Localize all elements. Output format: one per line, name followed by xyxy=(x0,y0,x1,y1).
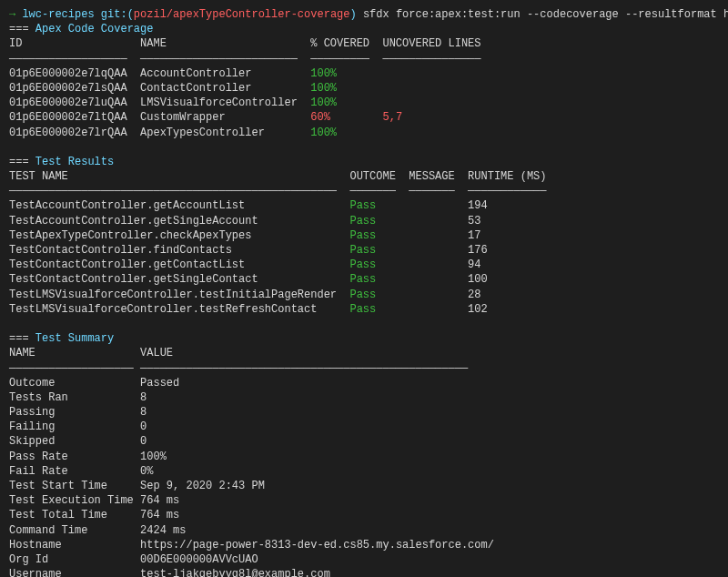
result-row: TestLMSVisualforceController.testInitial… xyxy=(9,288,719,302)
result-row: TestLMSVisualforceController.testRefresh… xyxy=(9,302,719,317)
coverage-section-header: === Apex Code Coverage xyxy=(9,22,719,36)
summary-section-header: === Test Summary xyxy=(9,331,719,346)
coverage-row: 01p6E000002e7lsQAA ContactController 100… xyxy=(9,81,719,96)
summary-row: Command Time 2424 ms xyxy=(9,523,719,538)
summary-row: Hostname https://page-power-8313-dev-ed.… xyxy=(9,538,719,552)
results-header-underline: ────────────────────────────────────────… xyxy=(9,184,719,198)
summary-row: Fail Rate 0% xyxy=(9,464,719,479)
summary-row: Test Start Time Sep 9, 2020 2:43 PM xyxy=(9,479,719,493)
summary-row: Tests Ran 8 xyxy=(9,390,719,405)
git-close-paren: ) xyxy=(349,8,356,21)
summary-row: Skipped 0 xyxy=(9,434,719,449)
results-headers: TEST NAME OUTCOME MESSAGE RUNTIME (MS) xyxy=(9,169,719,184)
summary-header-underline: ─────────────────── ────────────────────… xyxy=(9,361,719,376)
blank-line xyxy=(9,140,719,155)
result-row: TestContactController.getSingleContact P… xyxy=(9,272,719,287)
coverage-row: 01p6E000002e7ltQAA CustomWrapper 60% 5,7 xyxy=(9,110,719,125)
git-label: git:( xyxy=(101,8,134,21)
command-text: sfdx force:apex:test:run --codecoverage … xyxy=(363,8,728,21)
summary-row: Username test-ljakqebvvq8l@example.com xyxy=(9,567,719,577)
coverage-row: 01p6E000002e7luQAA LMSVisualforceControl… xyxy=(9,96,719,110)
coverage-title: Apex Code Coverage xyxy=(35,23,154,35)
summary-row: Test Total Time 764 ms xyxy=(9,508,719,522)
summary-headers: NAME VALUE xyxy=(9,346,719,360)
blank-line xyxy=(9,317,719,331)
summary-row: Test Execution Time 764 ms xyxy=(9,493,719,508)
result-row: TestContactController.getContactList Pas… xyxy=(9,258,719,272)
coverage-row: 01p6E000002e7lqQAA AccountController 100… xyxy=(9,66,719,81)
summary-row: Outcome Passed xyxy=(9,376,719,390)
summary-row: Passing 8 xyxy=(9,405,719,420)
result-row: TestAccountController.getSingleAccount P… xyxy=(9,214,719,228)
summary-row: Pass Rate 100% xyxy=(9,450,719,464)
git-branch: pozil/apexTypeController-coverage xyxy=(134,8,350,21)
summary-row: Org Id 00D6E000000AVVcUAO xyxy=(9,552,719,567)
coverage-headers: ID NAME % COVERED UNCOVERED LINES xyxy=(9,36,719,51)
result-row: TestAccountController.getAccountList Pas… xyxy=(9,198,719,213)
repo-name: lwc-recipes xyxy=(22,8,94,21)
results-section-header: === Test Results xyxy=(9,155,719,169)
result-row: TestContactController.findContacts Pass … xyxy=(9,243,719,258)
summary-row: Failing 0 xyxy=(9,420,719,434)
result-row: TestApexTypeController.checkApexTypes Pa… xyxy=(9,228,719,243)
results-title: Test Results xyxy=(35,156,114,168)
prompt-line: → lwc-recipes git:(pozil/apexTypeControl… xyxy=(9,7,719,22)
coverage-row: 01p6E000002e7lrQAA ApexTypesController 1… xyxy=(9,126,719,140)
coverage-header-underline: ────────────────── ─────────────────────… xyxy=(9,52,719,66)
summary-title: Test Summary xyxy=(35,332,114,345)
prompt-arrow-icon: → xyxy=(9,8,15,21)
